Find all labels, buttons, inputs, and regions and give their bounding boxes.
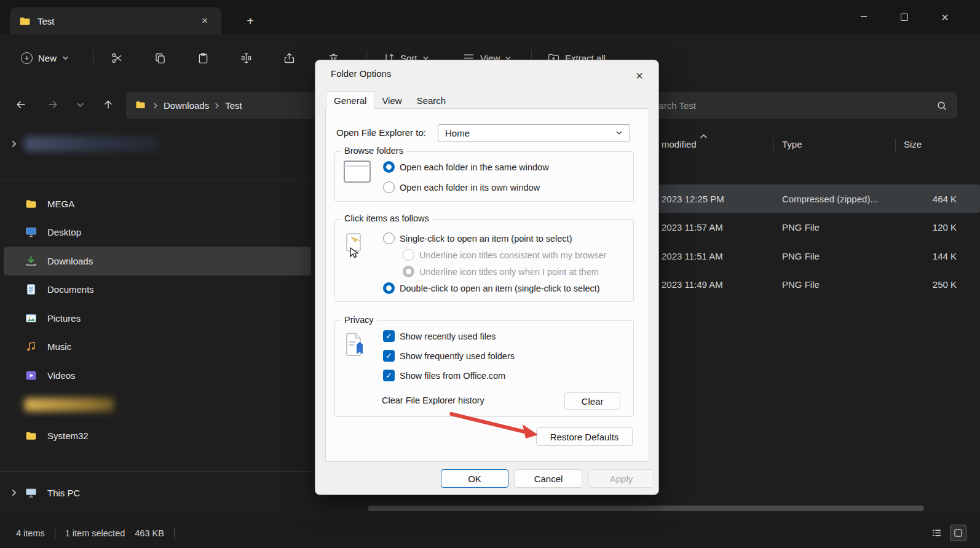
group-caption: Click items as follows <box>341 213 432 223</box>
cancel-button[interactable]: Cancel <box>515 469 582 488</box>
dialog-close-button[interactable]: × <box>629 65 650 86</box>
tab-search[interactable]: Search <box>409 92 454 109</box>
search-icon <box>936 100 947 111</box>
downloads-icon <box>25 255 38 268</box>
restore-defaults-button[interactable]: Restore Defaults <box>536 427 633 446</box>
share-button[interactable] <box>277 46 301 70</box>
rename-icon <box>240 52 253 65</box>
horizontal-scrollbar[interactable] <box>368 506 924 511</box>
tab-view[interactable]: View <box>374 92 409 109</box>
forward-button[interactable] <box>41 92 65 117</box>
column-header-type[interactable]: Type <box>782 139 802 149</box>
tab-close-icon[interactable]: × <box>197 13 213 29</box>
sidebar-item-downloads[interactable]: Downloads <box>4 247 311 276</box>
click-items-icon <box>343 233 364 260</box>
sort-ascending-icon <box>700 133 708 140</box>
sidebar-item-desktop[interactable]: Desktop <box>0 218 315 247</box>
checkbox-frequently-used-folders[interactable]: ✓ Show frequently used folders <box>383 350 515 362</box>
minimize-icon: – <box>861 9 867 22</box>
group-caption: Browse folders <box>341 146 406 156</box>
sidebar: MEGA Desktop Downloads Documents Picture… <box>0 129 315 518</box>
radio-single-click[interactable]: Single-click to open an item (point to s… <box>383 232 572 244</box>
radio-own-window[interactable]: Open each folder in its own window <box>383 181 540 193</box>
back-arrow-icon <box>15 98 27 111</box>
column-header-size[interactable]: Size <box>904 139 922 149</box>
radio-same-window[interactable]: Open each folder in the same window <box>383 161 549 173</box>
clear-button[interactable]: Clear <box>564 392 620 410</box>
radio-double-click[interactable]: Double-click to open an item (single-cli… <box>383 282 600 294</box>
cut-button[interactable] <box>105 46 129 70</box>
view-toggles <box>928 525 966 541</box>
new-tab-button[interactable]: + <box>241 12 259 30</box>
checkbox-files-from-office[interactable]: ✓ Show files from Office.com <box>383 370 505 381</box>
cell-date-modified: 2023 11:49 AM <box>662 279 723 290</box>
blurred-profile-item[interactable] <box>25 137 159 151</box>
maximize-button[interactable] <box>884 0 925 34</box>
radio-icon <box>383 232 395 244</box>
this-pc-icon <box>25 486 38 499</box>
rename-button[interactable] <box>234 46 258 70</box>
breadcrumb-downloads[interactable]: Downloads <box>164 100 209 111</box>
browse-folders-icon <box>343 160 371 183</box>
open-to-dropdown[interactable]: Home <box>438 124 630 141</box>
videos-icon <box>25 369 38 382</box>
sidebar-item-label: MEGA <box>47 199 74 209</box>
recent-locations-button[interactable] <box>68 92 92 117</box>
details-view-button[interactable] <box>928 525 945 541</box>
back-button[interactable] <box>9 92 33 117</box>
blurred-folder-item[interactable] <box>25 398 114 411</box>
cell-size: 144 K <box>871 250 957 261</box>
maximize-icon <box>901 14 908 21</box>
folder-icon <box>135 99 148 112</box>
file-explorer-window: Test × + – × + New <box>0 0 980 548</box>
dialog-title: Folder Options <box>331 68 391 79</box>
column-divider[interactable] <box>895 138 896 152</box>
apply-button[interactable]: Apply <box>588 469 654 488</box>
sidebar-item-label: Pictures <box>47 313 81 324</box>
clear-history-label: Clear File Explorer history <box>382 395 484 405</box>
folder-options-dialog: Folder Options × General View Search Ope… <box>315 60 659 495</box>
radio-underline-point[interactable]: Underline icon titles only when I point … <box>403 266 599 277</box>
tab-general[interactable]: General <box>326 91 374 109</box>
minimize-button[interactable]: – <box>844 0 884 34</box>
folder-icon <box>25 197 38 210</box>
cell-date-modified: 2023 11:51 AM <box>662 250 723 261</box>
paste-button[interactable] <box>191 46 215 70</box>
checkbox-recently-used-files[interactable]: ✓ Show recently used files <box>383 330 496 342</box>
browse-folders-group: Browse folders Open each folder in the s… <box>334 151 634 202</box>
breadcrumb-test[interactable]: Test <box>225 100 242 111</box>
dropdown-value: Home <box>445 128 470 138</box>
sidebar-item-mega[interactable]: MEGA <box>0 189 315 218</box>
cell-date-modified: 2023 11:57 AM <box>662 222 723 232</box>
thumbnail-view-button[interactable] <box>950 525 966 541</box>
sidebar-divider <box>0 180 315 180</box>
column-divider[interactable] <box>773 138 774 152</box>
explorer-tab[interactable]: Test × <box>10 7 221 34</box>
copy-icon <box>154 52 167 65</box>
ok-button[interactable]: OK <box>441 469 508 488</box>
chevron-right-icon <box>213 102 221 109</box>
sidebar-item-music[interactable]: Music <box>0 333 315 362</box>
chevron-right-icon <box>152 102 159 109</box>
radio-underline-browser[interactable]: Underline icon titles consistent with my… <box>403 249 607 261</box>
sidebar-item-this-pc[interactable]: This PC <box>0 479 315 507</box>
folder-icon <box>18 15 31 28</box>
new-button[interactable]: + New <box>14 46 76 70</box>
open-file-explorer-label: Open File Explorer to: <box>336 127 426 138</box>
copy-button[interactable] <box>148 46 172 70</box>
sidebar-item-documents[interactable]: Documents <box>0 276 315 304</box>
close-button[interactable]: × <box>925 0 965 34</box>
chevron-down-icon <box>62 55 69 62</box>
column-header-date-modified[interactable]: modified <box>662 139 697 149</box>
sidebar-item-system32[interactable]: System32 <box>0 421 315 450</box>
clipboard-icon <box>197 52 210 65</box>
up-arrow-icon <box>102 98 114 111</box>
checkbox-checked-icon: ✓ <box>383 350 395 362</box>
checkbox-label: Show recently used files <box>400 332 496 341</box>
sidebar-item-pictures[interactable]: Pictures <box>0 304 315 333</box>
sidebar-item-videos[interactable]: Videos <box>0 361 315 390</box>
search-input[interactable]: Search Test <box>638 92 957 119</box>
cell-date-modified: 2023 12:25 PM <box>662 194 724 204</box>
cell-size: 464 K <box>871 194 957 204</box>
up-button[interactable] <box>96 92 121 117</box>
